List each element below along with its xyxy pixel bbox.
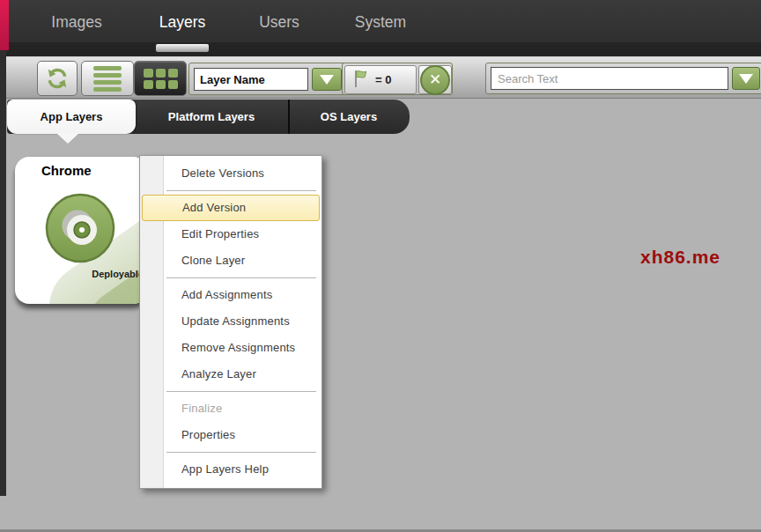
list-view-button[interactable] xyxy=(81,61,134,96)
layer-card-title: Chrome xyxy=(41,163,92,178)
menu-separator xyxy=(166,277,316,278)
clear-filter-button[interactable]: ✕ xyxy=(418,65,452,94)
menu-item-finalize: Finalize xyxy=(140,395,321,422)
menu-item-clone-layer[interactable]: Clone Layer xyxy=(140,248,321,274)
nav-tab-users[interactable]: Users xyxy=(259,0,299,42)
app-layering-console: Images Layers Users System xyxy=(0,0,761,532)
left-edge-strip xyxy=(0,50,6,496)
filter-dropdown-group xyxy=(188,63,346,95)
flag-count-button[interactable]: = 0 xyxy=(344,65,417,94)
menu-separator xyxy=(166,391,316,392)
active-tab-pointer xyxy=(56,133,79,144)
toolbar: = 0 ✕ xyxy=(6,56,761,99)
menu-separator xyxy=(166,452,316,453)
flag-count-label: = 0 xyxy=(375,64,391,96)
grid-view-icon xyxy=(135,62,186,95)
menu-item-app-layers-help[interactable]: App Layers Help xyxy=(140,456,321,483)
clear-icon: ✕ xyxy=(420,65,450,95)
flag-icon xyxy=(352,69,372,90)
menu-item-add-version[interactable]: Add Version xyxy=(142,195,320,221)
filter-dropdown-button[interactable] xyxy=(312,68,342,91)
menu-separator xyxy=(166,190,316,191)
layer-disc-icon xyxy=(31,178,129,277)
search-input[interactable] xyxy=(491,67,728,90)
menu-item-update-assignments[interactable]: Update Assignments xyxy=(140,308,321,335)
list-view-icon xyxy=(82,62,133,95)
nav-tab-images[interactable]: Images xyxy=(51,0,101,42)
refresh-icon xyxy=(38,62,77,95)
layer-card-chrome[interactable]: Chrome Deployable xyxy=(15,157,147,304)
watermark-text: xh86.me xyxy=(640,247,720,268)
menu-item-delete-versions[interactable]: Delete Versions xyxy=(140,160,321,187)
menu-item-edit-properties[interactable]: Edit Properties xyxy=(140,221,321,248)
nav-sub-strip xyxy=(0,42,761,56)
menu-item-analyze-layer[interactable]: Analyze Layer xyxy=(140,361,321,388)
layer-status-badge: Deployable xyxy=(92,269,144,279)
left-accent-bar xyxy=(0,0,9,50)
menu-item-remove-assignments[interactable]: Remove Assignments xyxy=(140,335,321,361)
active-nav-indicator xyxy=(156,44,209,52)
search-dropdown-button[interactable] xyxy=(732,67,760,90)
menu-item-properties[interactable]: Properties xyxy=(140,422,321,448)
chevron-down-icon xyxy=(320,75,334,85)
search-group xyxy=(485,63,761,94)
grid-view-button[interactable] xyxy=(134,61,187,96)
tab-divider xyxy=(288,100,290,134)
tab-os-layers[interactable]: OS Layers xyxy=(321,100,377,134)
flag-filter-group: = 0 ✕ xyxy=(342,63,453,95)
tab-app-layers[interactable]: App Layers xyxy=(7,100,136,134)
nav-tab-system[interactable]: System xyxy=(355,0,406,42)
layer-context-menu: Delete Versions Add Version Edit Propert… xyxy=(139,155,322,489)
nav-tab-layers[interactable]: Layers xyxy=(159,0,206,42)
filter-field[interactable] xyxy=(194,68,308,91)
refresh-button[interactable] xyxy=(37,61,78,96)
tab-platform-layers[interactable]: Platform Layers xyxy=(168,100,255,134)
menu-item-add-assignments[interactable]: Add Assignments xyxy=(140,282,321,308)
chevron-down-icon xyxy=(739,74,753,84)
top-nav-bar: Images Layers Users System xyxy=(0,0,761,42)
